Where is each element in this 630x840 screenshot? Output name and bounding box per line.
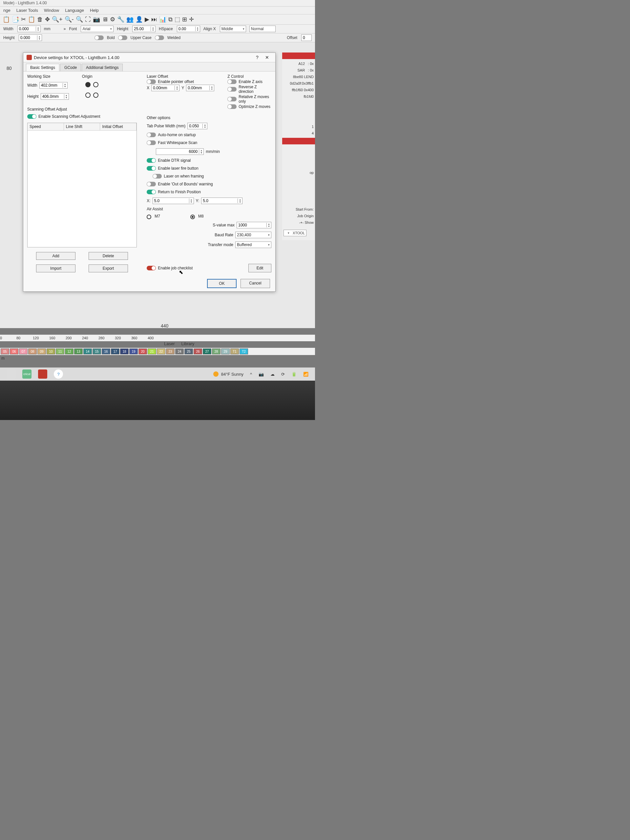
toolbar-icon[interactable]: ⊞	[182, 16, 187, 23]
font-dropdown[interactable]: Arial▾	[81, 25, 114, 32]
tab-library[interactable]: Library	[182, 341, 194, 346]
laser-on-framing-toggle[interactable]	[153, 174, 162, 178]
toolbar-icon[interactable]: 🖥	[102, 16, 108, 23]
enable-dtr-toggle[interactable]	[147, 158, 156, 163]
menu-item[interactable]: Help	[90, 8, 99, 13]
tab-pulse-input[interactable]	[188, 123, 202, 129]
offset-y-spinbox[interactable]: ▲▼	[186, 85, 214, 91]
delete-button[interactable]: Delete	[88, 252, 128, 260]
toolbar-icon[interactable]: 🗑	[37, 16, 43, 23]
color-swatch[interactable]: 13	[74, 349, 83, 354]
height-spinbox[interactable]: ▲▼	[19, 35, 42, 41]
edit-checklist-button[interactable]: Edit	[248, 264, 272, 272]
menu-item[interactable]: Window	[44, 8, 59, 13]
color-swatch[interactable]: 06	[10, 349, 18, 354]
char-height-spinbox[interactable]: ▲▼	[132, 25, 156, 32]
auto-home-toggle[interactable]	[147, 133, 156, 137]
finish-x-spinbox[interactable]: ▲▼	[153, 197, 194, 204]
tray-camera-icon[interactable]: 📷	[259, 372, 264, 377]
color-swatch[interactable]: 18	[120, 349, 129, 354]
tray-cloud-icon[interactable]: ☁	[270, 372, 275, 377]
add-button[interactable]: Add	[36, 252, 76, 260]
alignx-dropdown[interactable]: Middle▾	[220, 25, 246, 32]
toolbar-icon[interactable]: ⚙	[110, 16, 115, 23]
fast-ws-input[interactable]	[156, 149, 199, 154]
toolbar-icon[interactable]: 📋	[28, 16, 35, 23]
offset-x-input[interactable]	[152, 85, 175, 90]
color-swatch[interactable]: 17	[111, 349, 120, 354]
color-swatch[interactable]: 19	[129, 349, 138, 354]
dialog-help-button[interactable]: ?	[252, 55, 262, 60]
toolbar-icon[interactable]: ⧉	[168, 16, 172, 23]
toolbar-icon[interactable]: ⛶	[85, 16, 91, 23]
origin-bottom-left[interactable]	[85, 93, 90, 98]
color-swatch[interactable]: T1	[231, 349, 239, 354]
offset-input[interactable]	[302, 35, 311, 40]
tab-basic-settings[interactable]: Basic Settings	[26, 64, 59, 71]
toolbar-icon[interactable]: ✂	[21, 16, 26, 23]
taskbar-cricut-icon[interactable]: cricut	[22, 369, 32, 379]
color-swatch[interactable]: 10	[47, 349, 55, 354]
taskbar-app-icon[interactable]	[6, 369, 16, 379]
welded-toggle[interactable]	[155, 35, 164, 40]
baud-dropdown[interactable]: 230,400▾	[235, 232, 272, 238]
offset-y-input[interactable]	[186, 85, 209, 90]
enable-pointer-offset-toggle[interactable]	[147, 79, 156, 84]
tray-wifi-icon[interactable]: 📶	[303, 372, 308, 377]
color-swatch[interactable]: 25	[185, 349, 193, 354]
enable-fire-toggle[interactable]	[147, 166, 156, 171]
relative-z-toggle[interactable]	[227, 97, 237, 101]
char-height-input[interactable]	[133, 26, 151, 32]
origin-top-left[interactable]	[85, 82, 90, 87]
toolbar-icon[interactable]: 🔧	[117, 16, 124, 23]
cancel-button[interactable]: Cancel	[240, 279, 270, 288]
finish-x-input[interactable]	[153, 198, 189, 204]
taskbar-weather[interactable]: 84°F Sunny	[213, 371, 243, 377]
hspace-input[interactable]	[177, 26, 195, 32]
toolbar-icon[interactable]: ✥	[45, 16, 50, 23]
width-input[interactable]	[18, 26, 36, 32]
tab-pulse-spinbox[interactable]: ▲▼	[187, 123, 207, 129]
origin-top-right[interactable]	[93, 82, 98, 87]
color-swatch[interactable]: 14	[83, 349, 92, 354]
air-assist-m7-radio[interactable]	[147, 215, 151, 219]
offset-spinbox[interactable]	[301, 35, 312, 41]
color-swatch[interactable]: 22	[157, 349, 165, 354]
origin-selector[interactable]	[85, 82, 99, 98]
color-swatch[interactable]: 24	[175, 349, 184, 354]
height-input[interactable]	[19, 35, 37, 40]
color-swatch[interactable]: 05	[1, 349, 9, 354]
tab-additional-settings[interactable]: Additional Settings	[82, 64, 123, 71]
ws-height-spinbox[interactable]: ▲▼	[41, 93, 69, 100]
finish-y-input[interactable]	[202, 198, 238, 204]
export-button[interactable]: Export	[88, 264, 128, 272]
tab-gcode[interactable]: GCode	[60, 64, 81, 71]
menu-item[interactable]: Language	[65, 8, 84, 13]
color-swatch[interactable]: 16	[102, 349, 110, 354]
toolbar-icon[interactable]: 📊	[159, 16, 166, 23]
color-swatch[interactable]: 28	[212, 349, 221, 354]
toolbar-icon[interactable]: 🔍+	[52, 16, 63, 23]
color-swatch[interactable]: 21	[148, 349, 156, 354]
menu-item[interactable]: Laser Tools	[16, 8, 38, 13]
toolbar-icon[interactable]: 📑	[12, 16, 19, 23]
color-swatch[interactable]: 29	[221, 349, 230, 354]
tab-laser[interactable]: Laser	[164, 341, 175, 346]
ok-button[interactable]: OK	[207, 279, 237, 288]
color-swatch[interactable]: 07	[19, 349, 28, 354]
color-swatch[interactable]: 12	[65, 349, 74, 354]
ws-width-input[interactable]	[40, 83, 63, 88]
toolbar-icon[interactable]: 📋	[3, 16, 10, 23]
finish-y-spinbox[interactable]: ▲▼	[201, 197, 243, 204]
dialog-close-button[interactable]: ✕	[262, 55, 272, 60]
svalue-spinbox[interactable]: ▲▼	[237, 222, 272, 228]
origin-bottom-right[interactable]	[93, 93, 98, 98]
color-swatch[interactable]: 11	[56, 349, 64, 354]
tray-battery-icon[interactable]: 🔋	[291, 372, 297, 377]
air-assist-m8-radio[interactable]	[190, 215, 195, 219]
toolbar-icon[interactable]: ▶	[145, 16, 149, 23]
device-dropdown[interactable]: ▾XTOOL	[284, 230, 306, 236]
reverse-z-toggle[interactable]	[227, 87, 237, 92]
transfer-dropdown[interactable]: Buffered▾	[235, 242, 272, 248]
ws-height-input[interactable]	[41, 94, 64, 99]
